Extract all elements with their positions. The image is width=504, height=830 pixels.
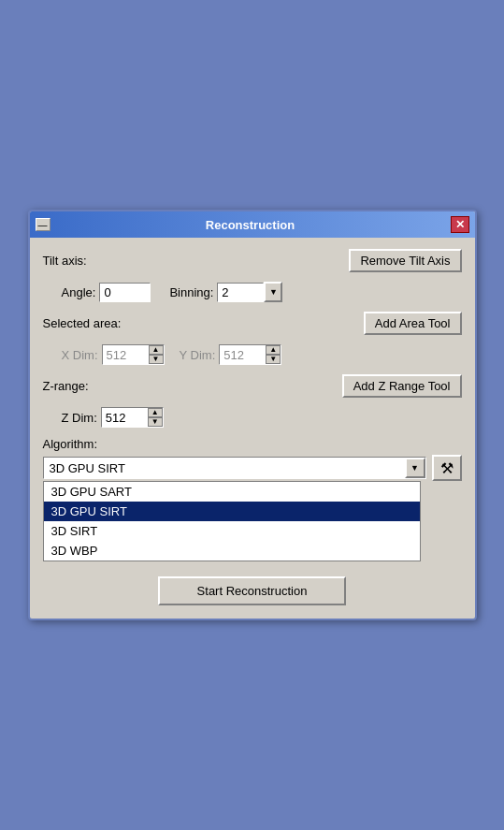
remove-tilt-axis-button[interactable]: Remove Tilt Axis xyxy=(349,249,461,272)
x-dim-spin-up[interactable]: ▲ xyxy=(149,345,164,355)
main-window: — Reconstruction ✕ Tilt axis: Remove Til… xyxy=(28,210,477,620)
x-dim-spinner: ▲ ▼ xyxy=(102,344,165,365)
algorithm-dropdown-row: 3D GPU SIRT ▼ ⚒ xyxy=(43,455,462,481)
add-area-tool-button[interactable]: Add Area Tool xyxy=(364,312,462,335)
y-dim-spin-down[interactable]: ▼ xyxy=(266,355,281,364)
algorithm-option-sart[interactable]: 3D GPU SART xyxy=(44,482,420,502)
selected-area-row: Selected area: Add Area Tool xyxy=(43,312,462,335)
binning-value[interactable] xyxy=(217,283,264,302)
algorithm-selected-value: 3D GPU SIRT xyxy=(44,459,405,478)
angle-binning-row: Angle: Binning: ▼ xyxy=(43,282,462,302)
x-dim-spinner-buttons: ▲ ▼ xyxy=(149,344,165,365)
binning-select-wrap: ▼ xyxy=(217,282,282,302)
algorithm-option-sirt[interactable]: 3D SIRT xyxy=(44,521,420,541)
z-dim-label: Z Dim: xyxy=(62,411,97,425)
algorithm-option-sirt-gpu[interactable]: 3D GPU SIRT xyxy=(44,502,420,521)
y-dim-input[interactable] xyxy=(219,344,266,365)
wrench-icon: ⚒ xyxy=(440,459,454,477)
x-dim-label: X Dim: xyxy=(62,348,98,362)
z-dim-spinner: ▲ ▼ xyxy=(101,407,164,428)
z-dim-spin-up[interactable]: ▲ xyxy=(148,408,163,417)
z-dim-spin-down[interactable]: ▼ xyxy=(148,417,163,427)
algorithm-select-wrap: 3D GPU SIRT ▼ xyxy=(43,457,426,479)
y-dim-label: Y Dim: xyxy=(180,348,216,362)
algorithm-settings-button[interactable]: ⚒ xyxy=(432,455,462,481)
z-dim-input[interactable] xyxy=(101,407,148,428)
start-button-wrap: Start Reconstruction xyxy=(43,576,462,605)
y-dim-spin-up[interactable]: ▲ xyxy=(266,345,281,355)
tilt-axis-label: Tilt axis: xyxy=(43,254,87,268)
x-dim-spin-down[interactable]: ▼ xyxy=(149,355,164,364)
binning-dropdown-arrow[interactable]: ▼ xyxy=(264,282,282,302)
tilt-axis-row: Tilt axis: Remove Tilt Axis xyxy=(43,249,462,272)
algorithm-dropdown-arrow[interactable]: ▼ xyxy=(405,458,425,478)
selected-area-label: Selected area: xyxy=(43,316,122,330)
algorithm-label-row: Algorithm: xyxy=(43,437,462,451)
binning-label: Binning: xyxy=(169,285,213,299)
add-z-range-tool-button[interactable]: Add Z Range Tool xyxy=(342,374,462,398)
start-reconstruction-button[interactable]: Start Reconstruction xyxy=(158,576,347,605)
window-content: Tilt axis: Remove Tilt Axis Angle: Binni… xyxy=(30,238,475,619)
xy-dim-row: X Dim: ▲ ▼ Y Dim: ▲ ▼ xyxy=(43,344,462,365)
z-dim-row: Z Dim: ▲ ▼ xyxy=(43,407,462,428)
algorithm-label: Algorithm: xyxy=(43,437,98,451)
y-dim-spinner-buttons: ▲ ▼ xyxy=(266,344,281,365)
window-title: Reconstruction xyxy=(50,218,451,232)
x-dim-input[interactable] xyxy=(102,344,149,365)
algorithm-dropdown-list: 3D GPU SART 3D GPU SIRT 3D SIRT 3D WBP xyxy=(43,481,421,561)
angle-input[interactable] xyxy=(99,283,151,302)
title-bar-left: — xyxy=(36,218,50,231)
angle-label: Angle: xyxy=(62,285,96,299)
z-dim-spinner-buttons: ▲ ▼ xyxy=(148,407,164,428)
title-bar: — Reconstruction ✕ xyxy=(30,211,475,238)
minimize-button[interactable]: — xyxy=(36,218,50,231)
close-button[interactable]: ✕ xyxy=(451,216,469,233)
z-range-label: Z-range: xyxy=(43,379,89,393)
algorithm-option-wbp[interactable]: 3D WBP xyxy=(44,541,420,561)
z-range-row: Z-range: Add Z Range Tool xyxy=(43,374,462,398)
y-dim-spinner: ▲ ▼ xyxy=(219,344,281,365)
